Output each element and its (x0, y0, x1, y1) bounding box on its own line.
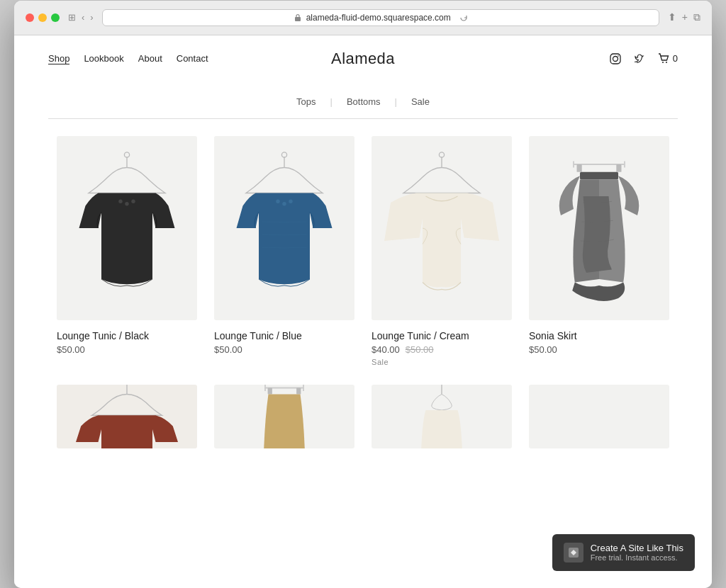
svg-point-3 (618, 55, 619, 57)
share-icon[interactable]: ⬆ (668, 11, 676, 23)
svg-point-17 (439, 152, 444, 157)
promo-title: Create A Site Like This (591, 543, 683, 553)
back-button[interactable]: ‹ (82, 12, 84, 23)
squarespace-logo (564, 543, 583, 562)
product-price-row-blue: $50.00 (214, 344, 354, 355)
svg-rect-1 (610, 54, 620, 64)
partial-product-1[interactable] (48, 385, 206, 448)
browser-actions: ⬆ + ⧉ (668, 11, 700, 23)
sale-badge-cream: Sale (372, 355, 512, 368)
partial-svg-1 (57, 385, 197, 448)
product-image-svg-black (57, 136, 197, 320)
filter-section: Tops | Bottoms | Sale (14, 82, 712, 118)
filter-bottoms[interactable]: Bottoms (347, 96, 381, 107)
url-text: alameda-fluid-demo.squarespace.com (306, 13, 451, 23)
svg-point-14 (282, 202, 286, 205)
address-bar[interactable]: alameda-fluid-demo.squarespace.com (102, 9, 659, 26)
svg-rect-28 (268, 388, 272, 394)
partial-image-1 (57, 385, 197, 448)
filter-sale[interactable]: Sale (411, 96, 430, 107)
product-price-row-skirt: $50.00 (529, 344, 669, 355)
close-button[interactable] (26, 13, 34, 22)
product-price-cream: $40.00 (372, 344, 400, 355)
products-grid-bottom (14, 385, 712, 448)
squarespace-promo[interactable]: Create A Site Like This Free trial. Inst… (552, 534, 695, 571)
product-name-cream: Lounge Tunic / Cream (372, 330, 512, 341)
svg-rect-21 (577, 164, 582, 172)
nav-link-about[interactable]: About (138, 53, 162, 64)
svg-point-8 (118, 199, 122, 203)
product-price-row-cream: $40.00 $50.00 (372, 344, 512, 355)
product-price-row-black: $50.00 (57, 344, 197, 355)
product-image-skirt (529, 136, 669, 320)
svg-rect-22 (616, 164, 621, 172)
promo-text: Create A Site Like This Free trial. Inst… (591, 543, 683, 562)
svg-point-13 (276, 199, 279, 203)
product-price-skirt: $50.00 (529, 344, 557, 355)
site-title: Alameda (331, 50, 395, 68)
product-image-cream (372, 136, 512, 320)
instagram-icon[interactable] (609, 52, 622, 65)
svg-point-15 (289, 199, 292, 203)
promo-subtitle: Free trial. Instant access. (591, 553, 683, 562)
minimize-button[interactable] (38, 13, 47, 22)
svg-rect-0 (295, 17, 301, 21)
nav: Shop Lookbook About Contact Alameda (14, 35, 712, 82)
page-content: Shop Lookbook About Contact Alameda (14, 35, 712, 588)
product-name-black: Lounge Tunic / Black (57, 330, 197, 341)
svg-point-10 (131, 199, 135, 203)
twitter-icon[interactable] (633, 52, 646, 65)
partial-product-3[interactable] (363, 385, 520, 448)
traffic-lights (26, 13, 60, 22)
sq-logo-icon (568, 547, 579, 558)
nav-link-shop[interactable]: Shop (48, 53, 69, 64)
product-price-black: $50.00 (57, 344, 85, 355)
nav-link-lookbook[interactable]: Lookbook (84, 53, 123, 64)
filter-tops[interactable]: Tops (296, 96, 315, 107)
browser-controls: ⊞ ‹ › (68, 12, 94, 23)
divider (48, 118, 678, 119)
new-tab-icon[interactable]: + (682, 11, 688, 23)
nav-link-contact[interactable]: Contact (177, 53, 208, 64)
cart-icon (657, 52, 670, 65)
nav-links: Shop Lookbook About Contact (48, 53, 208, 64)
partial-product-2[interactable] (206, 385, 363, 448)
browser-window: ⊞ ‹ › alameda-fluid-demo.squarespace.com… (14, 1, 712, 588)
product-price-original-cream: $50.00 (406, 344, 434, 355)
product-image-black (57, 136, 197, 320)
product-image-svg-cream (372, 136, 512, 320)
product-card-blue[interactable]: Lounge Tunic / Blue $50.00 (206, 136, 363, 385)
product-card-cream[interactable]: Lounge Tunic / Cream $40.00 $50.00 Sale (363, 136, 520, 385)
partial-svg-2 (214, 385, 354, 448)
svg-rect-23 (580, 171, 618, 179)
product-image-blue (214, 136, 354, 320)
svg-point-2 (613, 56, 618, 61)
partial-image-4 (529, 385, 669, 448)
product-card-black[interactable]: Lounge Tunic / Black $50.00 (48, 136, 206, 385)
svg-point-7 (124, 152, 129, 157)
page-wrapper: Shop Lookbook About Contact Alameda (14, 35, 712, 588)
product-price-blue: $50.00 (214, 344, 242, 355)
product-image-svg-blue (214, 136, 354, 320)
browser-chrome: ⊞ ‹ › alameda-fluid-demo.squarespace.com… (14, 1, 712, 35)
svg-rect-29 (296, 388, 301, 394)
product-card-skirt[interactable]: Sonia Skirt $50.00 (520, 136, 678, 385)
sidebar-toggle-icon[interactable]: ⊞ (68, 12, 76, 23)
partial-image-2 (214, 385, 354, 448)
svg-point-4 (662, 62, 664, 63)
maximize-button[interactable] (51, 13, 60, 22)
products-grid: Lounge Tunic / Black $50.00 (14, 136, 712, 385)
product-name-blue: Lounge Tunic / Blue (214, 330, 354, 341)
product-name-skirt: Sonia Skirt (529, 330, 669, 341)
cart-button[interactable]: 0 (657, 52, 678, 65)
reload-icon[interactable] (459, 13, 468, 22)
partial-image-3 (372, 385, 512, 448)
partial-product-4 (520, 385, 678, 448)
product-image-svg-skirt (529, 136, 669, 320)
cart-count: 0 (673, 53, 678, 64)
nav-right: 0 (609, 52, 678, 65)
tabs-icon[interactable]: ⧉ (693, 11, 700, 23)
svg-point-9 (125, 202, 128, 205)
forward-button[interactable]: › (90, 12, 93, 23)
partial-svg-3 (372, 385, 512, 448)
